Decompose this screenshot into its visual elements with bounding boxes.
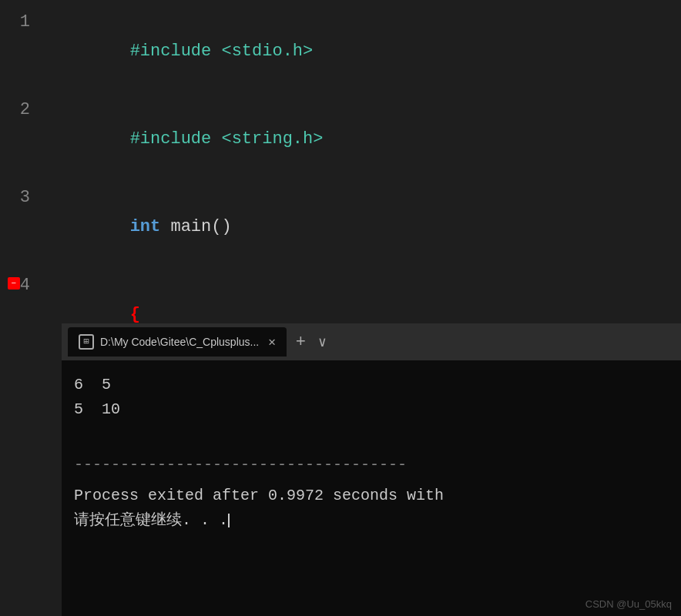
- add-tab-button[interactable]: +: [296, 333, 306, 352]
- collapse-marker[interactable]: −: [8, 277, 20, 290]
- code-line-4: 4− {: [0, 271, 681, 323]
- line-content-3: int main(): [42, 183, 681, 271]
- code-editor: 1 #include <stdio.h> 2 #include <string.…: [0, 0, 681, 323]
- dropdown-button[interactable]: ∨: [318, 333, 327, 350]
- terminal-body: 6 5 5 10 -------------------------------…: [62, 360, 681, 616]
- code-line-1: 1 #include <stdio.h>: [0, 8, 681, 95]
- code-token: int: [130, 217, 161, 236]
- code-token: main(): [160, 217, 231, 236]
- terminal-close-button[interactable]: ✕: [268, 334, 276, 350]
- terminal-output-line-3: [74, 422, 669, 447]
- code-token: {: [130, 305, 140, 323]
- line-number-1: 1: [0, 8, 42, 37]
- line-number-2: 2: [0, 95, 42, 125]
- watermark: CSDN @Uu_05kkq: [585, 598, 672, 610]
- line-content-1: #include <stdio.h>: [42, 8, 681, 95]
- terminal-cursor: [228, 514, 230, 527]
- terminal-tab[interactable]: ⊞ D:\My Code\Gitee\C_Cplusplus... ✕: [68, 327, 287, 357]
- code-token: #include <stdio.h>: [130, 42, 314, 61]
- seconds-label: seconds: [333, 487, 398, 504]
- terminal: ⊞ D:\My Code\Gitee\C_Cplusplus... ✕ + ∨ …: [62, 323, 681, 616]
- terminal-output-line-2: 5 10: [74, 397, 669, 422]
- code-token: #include <string.h>: [130, 129, 324, 149]
- line-content-2: #include <string.h>: [42, 95, 681, 183]
- terminal-continue-line: 请按任意键继续. . .: [74, 508, 669, 533]
- terminal-tab-actions: + ∨: [296, 333, 327, 352]
- terminal-process-exit-line: Process exited after 0.9972 seconds with: [74, 484, 669, 508]
- terminal-tab-bar: ⊞ D:\My Code\Gitee\C_Cplusplus... ✕ + ∨: [62, 323, 681, 360]
- line-number-4: 4−: [0, 271, 42, 300]
- line-number-3: 3: [0, 183, 42, 213]
- terminal-tab-icon: ⊞: [79, 334, 94, 350]
- terminal-output-line-1: 6 5: [74, 373, 669, 397]
- code-line-2: 2 #include <string.h>: [0, 95, 681, 183]
- terminal-icon-glyph: ⊞: [83, 337, 89, 346]
- code-lines: 1 #include <stdio.h> 2 #include <string.…: [0, 0, 681, 323]
- line-content-4: {: [42, 271, 681, 323]
- terminal-tab-title: D:\My Code\Gitee\C_Cplusplus...: [100, 336, 259, 348]
- terminal-separator: ------------------------------------: [74, 453, 669, 477]
- code-line-3: 3 int main(): [0, 183, 681, 271]
